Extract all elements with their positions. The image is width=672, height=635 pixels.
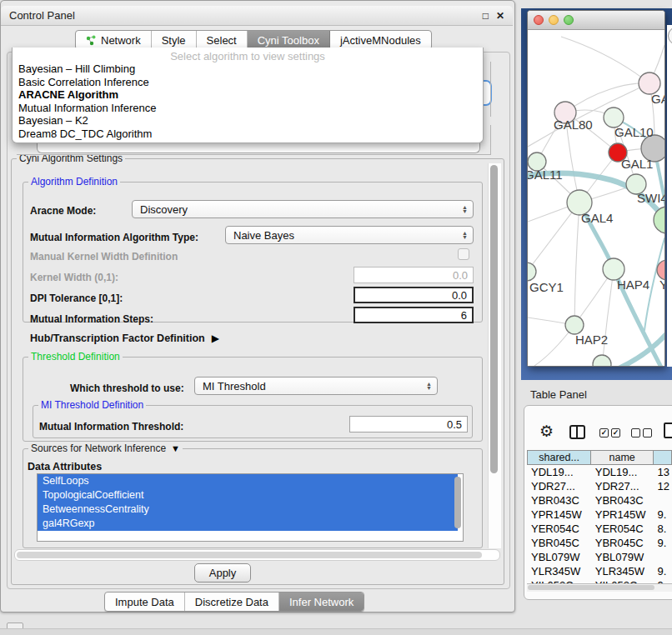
algorithm-option-selected[interactable]: ARACNE Algorithm: [13, 88, 483, 102]
table-row[interactable]: YBR045C YBR045C 9.: [527, 536, 672, 550]
node-label-gal10: GAL10: [614, 125, 654, 139]
mi-threshold-label: Mutual Information Threshold:: [39, 421, 183, 432]
node-label-gal80: GAL80: [554, 118, 593, 132]
mi-type-label: Mutual Information Algorithm Type:: [30, 232, 198, 243]
tab-impute-data[interactable]: Impute Data: [105, 592, 185, 611]
algorithm-option[interactable]: Bayesian – K2: [13, 114, 483, 128]
tab-network-label: Network: [101, 34, 141, 47]
dpi-tolerance-label: DPI Tolerance [0,1]:: [30, 292, 123, 304]
settings-scrollbar-thumb[interactable]: [490, 165, 498, 473]
tab-select[interactable]: Select: [197, 31, 248, 49]
manual-kernel-label: Manual Kernel Width Definition: [30, 251, 178, 262]
table-row[interactable]: YDL19... YDL19... 13: [527, 465, 672, 479]
node-label-gal11: GAL11: [528, 168, 563, 182]
network-icon: [86, 35, 97, 46]
deselect-checkbox-icon[interactable]: [631, 428, 640, 438]
node-label-gal1: GAL1: [621, 157, 653, 171]
mi-threshold-legend: MI Threshold Definition: [38, 400, 146, 411]
data-attributes-label: Data Attributes: [28, 461, 102, 472]
sources-legend[interactable]: Sources for Network Inference ▼: [28, 443, 183, 454]
table-row[interactable]: YBL079W YBL079W: [527, 550, 672, 564]
node-label-gal-partial: GAL: [651, 92, 664, 106]
adjacent-window-sliver: [667, 25, 672, 367]
zoom-traffic-light[interactable]: [564, 15, 574, 25]
node-label-hap2: HAP2: [575, 332, 608, 347]
table-row[interactable]: YER054C YER054C 8.: [527, 522, 672, 536]
list-item[interactable]: BetweennessCentrality: [38, 502, 458, 517]
hub-section-toggle[interactable]: Hub/Transcription Factor Definition ▶: [30, 332, 219, 344]
list-item[interactable]: SelfLoops: [38, 474, 458, 488]
stepper-icon: ▲▼: [462, 231, 468, 239]
network-window: GAL GAL80 GAL10 GAL1 GAL11 SWI4 GAL4 GCY…: [527, 10, 665, 367]
column-header-name[interactable]: name: [591, 450, 654, 465]
algorithm-option[interactable]: Bayesian – Hill Climbing: [13, 62, 483, 76]
apply-button[interactable]: Apply: [194, 563, 251, 582]
algorithm-select-popup: Select algorithm to view settings Bayesi…: [12, 48, 484, 143]
table-row[interactable]: YLR345W YLR345W 9.: [527, 564, 672, 578]
obscured-groupbox-edge: [490, 62, 491, 117]
network-window-titlebar[interactable]: [528, 11, 664, 30]
deselect-checkbox-icon-2[interactable]: [643, 428, 652, 438]
settings-hscrollbar-track[interactable]: [14, 549, 500, 561]
column-header-shared[interactable]: shared...: [527, 450, 591, 465]
data-attributes-list[interactable]: SelfLoops TopologicalCoefficient Between…: [37, 473, 464, 542]
column-layout-icon[interactable]: [569, 425, 585, 439]
select-all-checkbox-icon-2[interactable]: ✓: [611, 428, 620, 438]
tab-style[interactable]: Style: [152, 31, 197, 49]
aracne-mode-combo[interactable]: Discovery ▲▼: [132, 200, 474, 218]
kernel-width-field[interactable]: 0.0: [354, 267, 474, 283]
obscured-groupbox-edge: [17, 154, 491, 155]
list-item[interactable]: gal4RGexp: [38, 517, 458, 531]
list-scrollbar-thumb[interactable]: [454, 477, 461, 528]
network-selector-combo-fragment[interactable]: [37, 142, 480, 153]
node-label-hap4: HAP4: [617, 278, 649, 292]
node-label-swi4: SWI4: [637, 191, 664, 205]
mi-type-value: Naive Bayes: [233, 229, 294, 242]
document-icon[interactable]: [664, 422, 672, 438]
which-threshold-label: Which threshold to use:: [70, 382, 184, 394]
tab-network[interactable]: Network: [76, 31, 152, 49]
bottom-strip: [0, 628, 672, 635]
algorithm-definition-legend: Algorithm Definition: [28, 177, 120, 188]
mi-type-combo[interactable]: Naive Bayes ▲▼: [225, 226, 474, 244]
algorithm-option[interactable]: Basic Correlation Inference: [13, 76, 483, 89]
settings-hscrollbar-thumb[interactable]: [17, 552, 482, 558]
table-panel-title: Table Panel: [530, 388, 587, 401]
dpi-tolerance-field[interactable]: 0.0: [354, 287, 474, 303]
table-row[interactable]: YPR145W YPR145W 9.: [527, 508, 672, 522]
mi-steps-label: Mutual Information Steps:: [30, 313, 153, 325]
aracne-mode-label: Aracne Mode:: [30, 205, 96, 217]
algorithm-option[interactable]: Mutual Information Inference: [13, 102, 483, 115]
bottom-tabbar: Impute Data Discretize Data Infer Networ…: [104, 592, 364, 612]
float-window-icon[interactable]: □: [483, 11, 489, 21]
mi-threshold-field[interactable]: 0.5: [349, 416, 468, 432]
control-panel-titlebar: Control Panel □ ✕: [1, 6, 513, 26]
minimize-traffic-light[interactable]: [549, 15, 559, 25]
list-item[interactable]: TopologicalCoefficient: [38, 488, 458, 502]
column-header-partial[interactable]: [654, 450, 672, 465]
which-threshold-value: MI Threshold: [203, 380, 266, 392]
tab-jactivemnodules[interactable]: jActiveMNodules: [330, 31, 431, 49]
table-row[interactable]: YDR27... YDR27... 12: [527, 479, 672, 493]
algorithm-option[interactable]: Dream8 DC_TDC Algorithm: [13, 128, 483, 141]
close-window-icon[interactable]: ✕: [496, 11, 504, 21]
threshold-definition-legend: Threshold Definition: [28, 352, 123, 362]
tab-infer-network[interactable]: Infer Network: [279, 592, 364, 611]
network-canvas[interactable]: GAL GAL80 GAL10 GAL1 GAL11 SWI4 GAL4 GCY…: [528, 30, 664, 366]
select-all-checkbox-icon[interactable]: ✓: [599, 428, 609, 438]
algorithm-popup-placeholder: Select algorithm to view settings: [13, 48, 483, 62]
which-threshold-combo[interactable]: MI Threshold ▲▼: [194, 377, 438, 395]
tab-cyni-toolbox[interactable]: Cyni Toolbox: [248, 31, 330, 49]
control-panel-title: Control Panel: [9, 9, 75, 22]
node-table: shared... name YDL19... YDL19... 13 YDR2…: [527, 450, 672, 583]
close-traffic-light[interactable]: [534, 15, 544, 25]
tab-discretize-data[interactable]: Discretize Data: [185, 592, 279, 611]
mi-steps-field[interactable]: 6: [354, 307, 474, 323]
table-hscrollbar-track[interactable]: [527, 583, 672, 592]
table-row[interactable]: YBR043C YBR043C: [527, 493, 672, 508]
gear-icon[interactable]: ⚙: [539, 422, 554, 441]
hub-section-label: Hub/Transcription Factor Definition: [30, 332, 205, 344]
manual-kernel-checkbox[interactable]: [458, 248, 469, 260]
table-hscrollbar-thumb[interactable]: [528, 585, 654, 590]
node-label-gal4: GAL4: [581, 211, 613, 225]
